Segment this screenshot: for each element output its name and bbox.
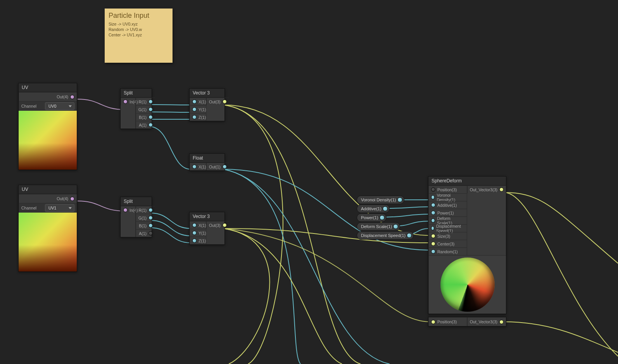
port-b: B(1)	[139, 223, 147, 228]
port-a: A(1)	[139, 123, 147, 127]
port-dot[interactable]	[70, 197, 74, 201]
port-dot[interactable]	[431, 226, 434, 230]
node-title: UV	[19, 185, 77, 194]
port-y: Y(1)	[199, 107, 206, 112]
port-z: Z(1)	[199, 239, 206, 243]
port-dot[interactable]	[407, 233, 412, 238]
port-dot[interactable]	[192, 165, 197, 169]
node-split1[interactable]: Split In(4) R(1) G(1) B(1) A(1)	[120, 197, 152, 237]
port-x: X(1)	[199, 100, 206, 104]
port-random: Random(1)	[437, 249, 458, 254]
port-dot[interactable]	[123, 208, 128, 212]
port-dot[interactable]	[380, 215, 385, 220]
uv-preview	[19, 213, 77, 271]
port-g: G(1)	[138, 216, 147, 220]
port-dot[interactable]	[393, 224, 398, 229]
channel-value: UV1	[48, 206, 56, 210]
port-dot[interactable]	[148, 208, 153, 212]
port-r: R(1)	[139, 208, 147, 213]
port-dot[interactable]	[192, 115, 197, 119]
port-dot[interactable]	[397, 197, 402, 203]
port-dot[interactable]	[431, 320, 435, 324]
port-dot[interactable]	[431, 234, 435, 238]
channel-dropdown[interactable]: UV1	[45, 204, 74, 212]
node-graph-canvas[interactable]: { "note": { "title": "Particle Input", "…	[0, 0, 618, 364]
chevron-down-icon	[69, 207, 72, 209]
port-dot[interactable]	[431, 203, 435, 207]
port-dot[interactable]	[148, 123, 153, 127]
port-dot[interactable]	[192, 107, 197, 112]
node-uv0[interactable]: UV Out(4) Channel UV0	[18, 83, 77, 170]
port-dot[interactable]	[431, 218, 435, 223]
port-out: Out(4)	[57, 196, 68, 201]
node-title: Split	[121, 89, 152, 98]
port-dot[interactable]	[431, 211, 435, 215]
uv-preview	[19, 111, 77, 170]
node-float[interactable]: Float X(1) Out(1)	[189, 153, 225, 171]
note-line: Center -> UV1.xyz	[109, 32, 169, 38]
port-r: R(1)	[139, 100, 147, 104]
node-title: UV	[19, 83, 77, 92]
property-voronoi-density[interactable]: Voronoi Density(1)	[357, 196, 404, 204]
port-additive: Additive(1)	[437, 203, 457, 208]
port-out: Out(1)	[209, 165, 221, 169]
port-dot[interactable]	[148, 115, 153, 119]
port-dot[interactable]	[70, 95, 74, 99]
note-title: Particle Input	[109, 12, 169, 20]
node-uv1[interactable]: UV Out(4) Channel UV1	[18, 185, 77, 272]
port-dot[interactable]	[192, 223, 197, 227]
chevron-down-icon	[69, 105, 72, 107]
wires	[0, 0, 618, 364]
port-dot[interactable]	[148, 107, 153, 112]
port-disp: Displacement Speed(1)	[436, 224, 464, 233]
property-displacement-speed[interactable]: Displacement Speed(1)	[357, 231, 414, 240]
port-g: G(1)	[138, 107, 147, 112]
port-dot[interactable]	[431, 242, 435, 246]
pill-label: Power(1)	[361, 215, 378, 220]
node-title: Float	[190, 154, 224, 163]
port-dot[interactable]	[192, 100, 197, 104]
port-dot[interactable]	[123, 100, 128, 104]
port-out: Out_Vector3(3)	[470, 187, 497, 192]
port-y: Y(1)	[199, 231, 206, 235]
port-dot[interactable]	[383, 206, 388, 211]
pill-label: Deform Scale(1)	[361, 224, 392, 229]
port-dot[interactable]	[223, 223, 227, 227]
node-title: Vector 3	[190, 89, 224, 98]
node-split0[interactable]: Split In(4) R(1) G(1) B(1) A(1)	[120, 88, 152, 129]
port-dot[interactable]	[148, 100, 153, 104]
port-dot[interactable]	[148, 231, 153, 235]
port-size: Size(3)	[437, 234, 450, 239]
port-dot[interactable]	[431, 187, 435, 192]
port-b: B(1)	[139, 115, 147, 120]
pill-label: Displacement Speed(1)	[361, 233, 406, 238]
property-power[interactable]: Power(1)	[357, 213, 387, 222]
port-dot[interactable]	[431, 195, 435, 199]
port-voronoi: Voronoi Density(1)	[437, 193, 464, 202]
port-dot[interactable]	[499, 320, 504, 324]
node-sphere-deform-2[interactable]: Position(3) Out_Vector3(3)	[428, 317, 506, 326]
sticky-note[interactable]: Particle Input Size -> UV0.xyz Random ->…	[105, 9, 173, 63]
port-dot[interactable]	[431, 249, 435, 254]
node-sphere-deform[interactable]: SphereDeform Position(3) Voronoi Density…	[428, 176, 506, 314]
port-dot[interactable]	[192, 231, 197, 235]
pill-label: Additive(1)	[361, 206, 382, 211]
note-line: Random -> UV0.w	[109, 27, 169, 32]
node-vector3-a[interactable]: Vector 3 X(1) Y(1) Z(1) Out(3)	[189, 88, 225, 121]
port-a: A(1)	[139, 231, 147, 236]
port-dot[interactable]	[499, 187, 504, 192]
property-deform-scale[interactable]: Deform Scale(1)	[357, 222, 400, 231]
port-dot[interactable]	[223, 165, 227, 169]
sphere-preview	[428, 255, 506, 314]
port-dot[interactable]	[223, 100, 227, 104]
property-additive[interactable]: Additive(1)	[357, 204, 390, 213]
port-dot[interactable]	[148, 223, 153, 228]
node-vector3-b[interactable]: Vector 3 X(1) Y(1) Z(1) Out(3)	[189, 212, 225, 245]
channel-dropdown[interactable]: UV0	[45, 102, 74, 110]
port-dot[interactable]	[192, 239, 197, 243]
port-position: Position(3)	[437, 319, 457, 324]
port-power: Power(1)	[437, 211, 454, 215]
port-z: Z(1)	[199, 115, 206, 120]
channel-value: UV0	[48, 104, 56, 108]
port-dot[interactable]	[148, 216, 153, 220]
